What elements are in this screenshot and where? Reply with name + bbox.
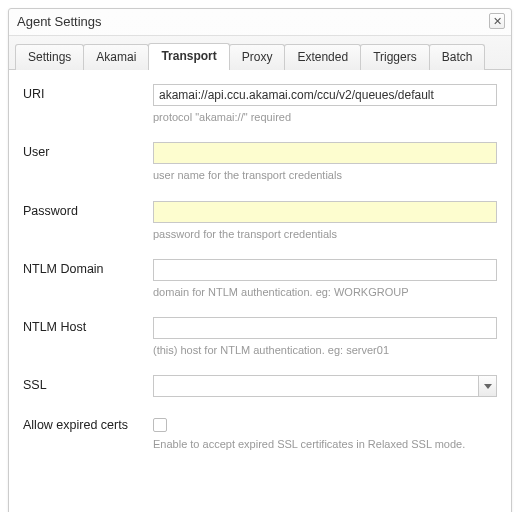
tab-extended[interactable]: Extended — [284, 44, 361, 70]
tabstrip: Settings Akamai Transport Proxy Extended… — [9, 36, 511, 70]
spacer — [23, 470, 497, 512]
user-input[interactable] — [153, 142, 497, 164]
hint-ntlm-host: (this) host for NTLM authentication. eg:… — [153, 343, 497, 357]
row-ntlm-host: NTLM Host (this) host for NTLM authentic… — [23, 317, 497, 357]
row-password: Password password for the transport cred… — [23, 201, 497, 241]
titlebar: Agent Settings ✕ — [9, 9, 511, 36]
hint-ntlm-domain: domain for NTLM authentication. eg: WORK… — [153, 285, 497, 299]
label-uri: URI — [23, 84, 153, 101]
tab-batch[interactable]: Batch — [429, 44, 486, 70]
chevron-down-icon — [478, 376, 496, 396]
hint-uri: protocol "akamai://" required — [153, 110, 497, 124]
form-body: URI protocol "akamai://" required User u… — [9, 70, 511, 512]
tab-triggers[interactable]: Triggers — [360, 44, 430, 70]
label-ssl: SSL — [23, 375, 153, 392]
window-title: Agent Settings — [17, 14, 102, 29]
uri-input[interactable] — [153, 84, 497, 106]
tab-proxy[interactable]: Proxy — [229, 44, 286, 70]
allow-expired-checkbox[interactable] — [153, 418, 167, 432]
row-ntlm-domain: NTLM Domain domain for NTLM authenticati… — [23, 259, 497, 299]
ssl-select[interactable] — [153, 375, 497, 397]
hint-allow-expired: Enable to accept expired SSL certificate… — [153, 437, 497, 451]
label-user: User — [23, 142, 153, 159]
close-icon: ✕ — [493, 15, 502, 28]
hint-user: user name for the transport credentials — [153, 168, 497, 182]
tab-transport[interactable]: Transport — [148, 43, 229, 70]
password-input[interactable] — [153, 201, 497, 223]
row-allow-expired: Allow expired certs Enable to accept exp… — [23, 415, 497, 451]
hint-password: password for the transport credentials — [153, 227, 497, 241]
row-uri: URI protocol "akamai://" required — [23, 84, 497, 124]
tab-akamai[interactable]: Akamai — [83, 44, 149, 70]
ntlm-domain-input[interactable] — [153, 259, 497, 281]
tab-settings[interactable]: Settings — [15, 44, 84, 70]
label-ntlm-host: NTLM Host — [23, 317, 153, 334]
row-user: User user name for the transport credent… — [23, 142, 497, 182]
label-allow-expired: Allow expired certs — [23, 415, 153, 432]
close-button[interactable]: ✕ — [489, 13, 505, 29]
ntlm-host-input[interactable] — [153, 317, 497, 339]
row-ssl: SSL — [23, 375, 497, 397]
label-ntlm-domain: NTLM Domain — [23, 259, 153, 276]
agent-settings-dialog: Agent Settings ✕ Settings Akamai Transpo… — [8, 8, 512, 512]
label-password: Password — [23, 201, 153, 218]
